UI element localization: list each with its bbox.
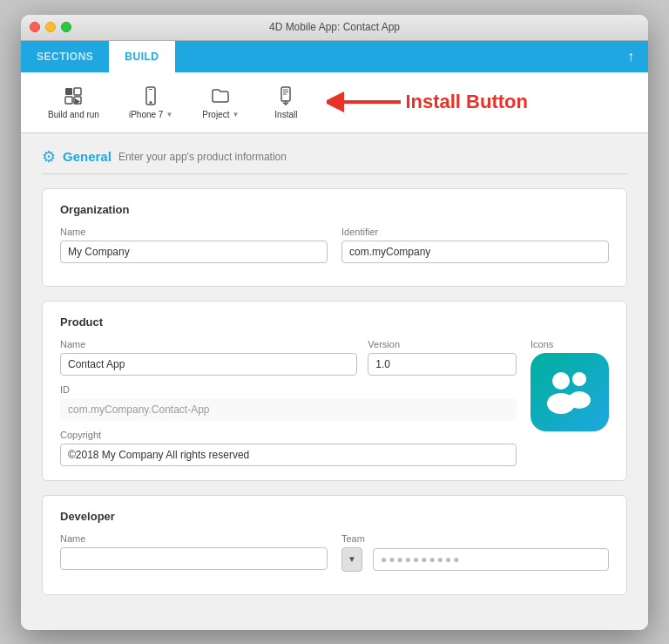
iphone-label: iPhone 7 ▼ xyxy=(129,110,172,119)
contacts-icon xyxy=(539,362,600,423)
product-title: Product xyxy=(60,315,609,329)
app-window: 4D Mobile App: Contact App SECTIONS BUIL… xyxy=(21,15,648,630)
product-group: Product Name Version xyxy=(42,301,627,481)
product-version-input[interactable] xyxy=(368,353,517,376)
product-copyright-input[interactable] xyxy=(60,444,517,466)
content-area: ⚙ General Enter your app's product infor… xyxy=(21,133,648,630)
maximize-button[interactable] xyxy=(61,22,71,32)
titlebar: 4D Mobile App: Contact App xyxy=(21,15,648,41)
product-version-label: Version xyxy=(368,339,517,349)
team-input-row: ▼ xyxy=(341,547,609,572)
close-button[interactable] xyxy=(30,22,40,32)
product-left: Name Version ID xyxy=(60,339,517,466)
product-name-label: Name xyxy=(60,339,357,349)
iphone-button[interactable]: iPhone 7 ▼ xyxy=(116,79,186,125)
developer-team-input[interactable] xyxy=(373,548,609,571)
svg-rect-1 xyxy=(74,88,81,95)
tab-bar: SECTIONS BUILD ↑ xyxy=(21,41,648,72)
toolbar: Build and run iPhone 7 ▼ Project ▼ xyxy=(21,72,648,133)
general-subtitle: Enter your app's product information xyxy=(118,151,287,163)
product-row: Name Version ID xyxy=(60,339,609,466)
project-chevron: ▼ xyxy=(232,111,239,119)
developer-row: Name Team ▼ xyxy=(60,533,609,572)
product-name-col: Name xyxy=(60,339,357,376)
organization-group: Organization Name Identifier xyxy=(42,188,627,287)
org-id-col: Identifier xyxy=(341,227,609,263)
product-id-label: ID xyxy=(60,384,517,395)
project-label: Project ▼ xyxy=(202,110,239,119)
build-run-label: Build and run xyxy=(48,110,99,119)
product-copyright-col: Copyright xyxy=(60,430,517,466)
folder-icon xyxy=(210,85,231,106)
project-button[interactable]: Project ▼ xyxy=(189,79,252,125)
window-title: 4D Mobile App: Contact App xyxy=(269,21,400,33)
org-name-col: Name xyxy=(60,227,328,263)
svg-point-14 xyxy=(552,372,570,390)
install-label: Install xyxy=(274,110,297,119)
developer-team-label: Team xyxy=(341,533,609,544)
install-annotation: Install Button xyxy=(327,85,528,119)
product-id-input xyxy=(60,398,517,421)
install-button[interactable]: Install xyxy=(255,79,316,125)
product-icon-area: Icons xyxy=(530,339,609,466)
team-select-arrow[interactable]: ▼ xyxy=(341,547,362,572)
section-header: ⚙ General Enter your app's product infor… xyxy=(42,147,627,174)
traffic-lights xyxy=(30,22,71,32)
org-identifier-label: Identifier xyxy=(341,227,609,237)
svg-rect-0 xyxy=(65,88,72,95)
org-identifier-input[interactable] xyxy=(341,241,609,263)
iphone-chevron: ▼ xyxy=(166,111,172,119)
build-run-button[interactable]: Build and run xyxy=(35,79,112,125)
product-copyright-label: Copyright xyxy=(60,430,517,440)
annotation-text: Install Button xyxy=(405,91,528,113)
arrow-icon xyxy=(327,85,405,119)
gear-icon: ⚙ xyxy=(42,147,56,166)
svg-rect-2 xyxy=(65,97,72,104)
developer-name-input[interactable] xyxy=(60,547,328,570)
svg-point-16 xyxy=(572,372,586,386)
org-name-label: Name xyxy=(60,227,328,237)
developer-title: Developer xyxy=(60,510,609,523)
org-name-input[interactable] xyxy=(60,241,328,263)
developer-name-label: Name xyxy=(60,533,328,544)
minimize-button[interactable] xyxy=(45,22,56,32)
icons-label: Icons xyxy=(530,339,609,349)
organization-title: Organization xyxy=(60,203,609,216)
product-version-col: Version xyxy=(368,339,517,376)
name-version-row: Name Version xyxy=(60,339,517,376)
product-name-input[interactable] xyxy=(60,353,357,376)
app-icon[interactable] xyxy=(530,353,609,431)
org-name-row: Name Identifier xyxy=(60,227,609,263)
tab-build[interactable]: BUILD xyxy=(109,41,174,72)
general-title: General xyxy=(63,149,112,164)
play-icon xyxy=(63,85,84,106)
phone-icon xyxy=(140,85,161,106)
install-icon xyxy=(275,85,296,106)
svg-point-7 xyxy=(150,101,152,103)
tab-sections[interactable]: SECTIONS xyxy=(21,41,109,72)
product-id-col: ID xyxy=(60,384,517,421)
svg-point-17 xyxy=(568,391,591,409)
developer-name-col: Name xyxy=(60,533,328,572)
developer-team-col: Team ▼ xyxy=(341,533,609,572)
upload-button[interactable]: ↑ xyxy=(620,49,641,64)
developer-group: Developer Name Team ▼ xyxy=(42,495,627,595)
